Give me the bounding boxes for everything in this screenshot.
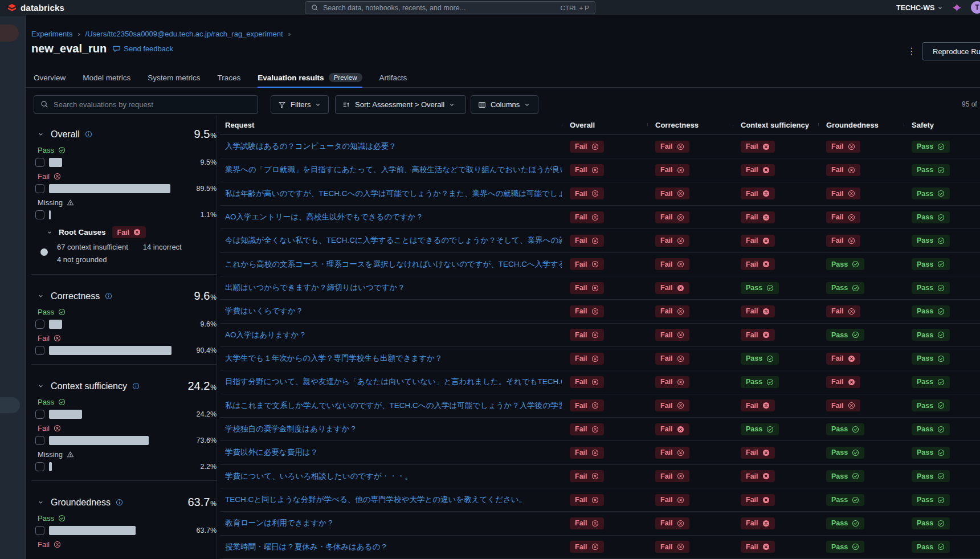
- table-row[interactable]: 入学試験はあるの？コンピュータの知識は必要？FailFailFailFailPa…: [220, 135, 980, 158]
- assessment-badge-pass[interactable]: Pass: [912, 282, 950, 294]
- chevron-down-icon[interactable]: [31, 499, 44, 505]
- assessment-badge-fail[interactable]: Fail: [655, 541, 689, 553]
- assessment-badge-fail[interactable]: Fail: [826, 141, 860, 153]
- assessment-badge-pass[interactable]: Pass: [741, 282, 779, 294]
- send-feedback-link[interactable]: Send feedback: [112, 44, 173, 53]
- search-evaluations-input[interactable]: [34, 95, 258, 114]
- assessment-badge-fail[interactable]: Fail: [570, 187, 604, 199]
- checkbox[interactable]: [35, 184, 44, 193]
- assessment-badge-pass[interactable]: Pass: [912, 541, 950, 553]
- assistant-sparkle-icon[interactable]: [952, 3, 962, 13]
- request-link[interactable]: 出願はいつからできますか？締切りはいつですか？: [220, 283, 562, 293]
- request-link[interactable]: 学校独自の奨学金制度はありますか？: [220, 424, 562, 434]
- column-header-safety[interactable]: Safety: [904, 121, 980, 129]
- tab-evaluation-results[interactable]: Evaluation resultsPreview: [258, 73, 362, 88]
- distribution-bar[interactable]: [49, 210, 51, 219]
- assessment-badge-fail-filled[interactable]: Fail: [655, 423, 689, 435]
- assessment-badge-pass[interactable]: Pass: [912, 470, 950, 482]
- assessment-badge-fail[interactable]: Fail: [570, 211, 604, 223]
- assessment-badge-fail[interactable]: Fail: [570, 470, 604, 482]
- checkbox[interactable]: [35, 158, 44, 167]
- assessment-badge-fail[interactable]: Fail: [570, 447, 604, 459]
- checkbox[interactable]: [35, 410, 44, 419]
- checkbox[interactable]: [35, 462, 44, 471]
- request-link[interactable]: 業界への「プロ就職」を目指すにあたって、入学前、高校生活などで取り組んでおいたほ…: [220, 165, 562, 175]
- info-icon[interactable]: [116, 499, 123, 506]
- distribution-bar[interactable]: [49, 436, 149, 445]
- tab-artifacts[interactable]: Artifacts: [379, 73, 407, 88]
- assessment-badge-fail[interactable]: Fail: [655, 258, 689, 270]
- request-link[interactable]: AO入学エントリーは、高校生以外でもできるのですか？: [220, 212, 562, 222]
- assessment-badge-fail-filled[interactable]: Fail: [741, 164, 775, 176]
- request-link[interactable]: 授業時間・曜日は？夏休み・冬休みはあるの？: [220, 542, 562, 552]
- assessment-badge-pass[interactable]: Pass: [826, 282, 864, 294]
- avatar[interactable]: T: [971, 1, 980, 14]
- assessment-badge-pass[interactable]: Pass: [912, 423, 950, 435]
- chevron-down-icon[interactable]: [47, 230, 52, 235]
- assessment-badge-fail-filled[interactable]: Fail: [741, 447, 775, 459]
- info-icon[interactable]: [105, 292, 112, 300]
- assessment-badge-fail[interactable]: Fail: [655, 211, 689, 223]
- assessment-badge-fail[interactable]: Fail: [655, 187, 689, 199]
- tab-model-metrics[interactable]: Model metrics: [83, 73, 130, 88]
- checkbox[interactable]: [35, 526, 44, 535]
- assessment-badge-pass[interactable]: Pass: [826, 258, 864, 270]
- assessment-badge-fail-filled[interactable]: Fail: [741, 187, 775, 199]
- distribution-bar[interactable]: [49, 320, 62, 329]
- request-link[interactable]: 学費以外に必要な費用は？: [220, 447, 562, 458]
- workspace-selector[interactable]: TECHC-WS: [896, 0, 943, 15]
- assessment-badge-fail[interactable]: Fail: [655, 494, 689, 506]
- root-causes-header[interactable]: Root Causes Fail: [31, 226, 217, 238]
- assessment-badge-fail[interactable]: Fail: [826, 399, 860, 411]
- assessment-badge-fail[interactable]: Fail: [570, 353, 604, 365]
- assessment-badge-pass[interactable]: Pass: [826, 494, 864, 506]
- table-row[interactable]: これから高校の文系コース・理系コースを選択しなければいけないのですが、TECH.…: [220, 253, 980, 276]
- request-link[interactable]: TECH.Cと同じような分野が学べる、他の専門学校や大学との違いを教えてください…: [220, 495, 562, 505]
- assessment-badge-fail[interactable]: Fail: [655, 305, 689, 317]
- assessment-badge-pass[interactable]: Pass: [912, 447, 950, 459]
- assessment-badge-fail-filled[interactable]: Fail: [112, 226, 146, 238]
- chevron-down-icon[interactable]: [31, 383, 44, 389]
- assessment-badge-pass[interactable]: Pass: [912, 329, 950, 341]
- request-link[interactable]: 入学試験はあるの？コンピュータの知識は必要？: [220, 141, 562, 152]
- request-link[interactable]: 大学生でも１年次からの入学？専門学校生も出願できますか？: [220, 353, 562, 364]
- table-row[interactable]: AO入学エントリーは、高校生以外でもできるのですか？FailFailFailFa…: [220, 206, 980, 229]
- checkbox[interactable]: [35, 346, 44, 355]
- table-row[interactable]: 目指す分野について、親や友達から「あなたは向いていない」と言われました。それでも…: [220, 370, 980, 394]
- assessment-badge-fail-filled[interactable]: Fail: [826, 376, 860, 388]
- distribution-bar[interactable]: [49, 526, 136, 535]
- assessment-badge-fail-filled[interactable]: Fail: [741, 211, 775, 223]
- assessment-badge-fail[interactable]: Fail: [570, 399, 604, 411]
- assessment-badge-fail[interactable]: Fail: [570, 164, 604, 176]
- column-header-context-sufficiency[interactable]: Context sufficiency: [733, 121, 818, 129]
- assessment-badge-fail-filled[interactable]: Fail: [741, 470, 775, 482]
- assessment-badge-fail[interactable]: Fail: [655, 470, 689, 482]
- info-icon[interactable]: [132, 382, 140, 390]
- distribution-bar[interactable]: [49, 184, 170, 193]
- assessment-badge-fail-filled[interactable]: Fail: [741, 141, 775, 153]
- assessment-badge-pass[interactable]: Pass: [912, 517, 950, 529]
- checkbox[interactable]: [35, 210, 44, 219]
- request-link[interactable]: 私はこれまで文系しか学んでいないのですが、TECH.Cへの入学は可能でしょうか？…: [220, 401, 562, 411]
- request-link[interactable]: 目指す分野について、親や友達から「あなたは向いていない」と言われました。それでも…: [220, 377, 562, 387]
- assessment-badge-fail-filled[interactable]: Fail: [741, 399, 775, 411]
- assessment-badge-pass[interactable]: Pass: [741, 376, 779, 388]
- distribution-bar[interactable]: [49, 410, 82, 419]
- assessment-badge-pass[interactable]: Pass: [912, 141, 950, 153]
- radio-button[interactable]: [40, 248, 48, 256]
- assessment-badge-fail[interactable]: Fail: [570, 541, 604, 553]
- column-header-overall[interactable]: Overall: [562, 121, 647, 129]
- assessment-badge-fail[interactable]: Fail: [655, 517, 689, 529]
- table-row[interactable]: 学費はいくらですか？FailFailFailFailPass: [220, 300, 980, 323]
- assessment-badge-pass[interactable]: Pass: [826, 423, 864, 435]
- assessment-badge-fail[interactable]: Fail: [655, 399, 689, 411]
- overflow-menu-button[interactable]: ⋮: [904, 44, 920, 58]
- assessment-badge-fail[interactable]: Fail: [570, 305, 604, 317]
- assessment-badge-fail[interactable]: Fail: [655, 329, 689, 341]
- assessment-badge-fail-filled[interactable]: Fail: [741, 541, 775, 553]
- assessment-badge-fail[interactable]: Fail: [570, 329, 604, 341]
- assessment-badge-pass[interactable]: Pass: [912, 187, 950, 199]
- assessment-badge-pass[interactable]: Pass: [912, 494, 950, 506]
- table-row[interactable]: TECH.Cと同じような分野が学べる、他の専門学校や大学との違いを教えてください…: [220, 488, 980, 512]
- table-row[interactable]: 私はこれまで文系しか学んでいないのですが、TECH.Cへの入学は可能でしょうか？…: [220, 394, 980, 418]
